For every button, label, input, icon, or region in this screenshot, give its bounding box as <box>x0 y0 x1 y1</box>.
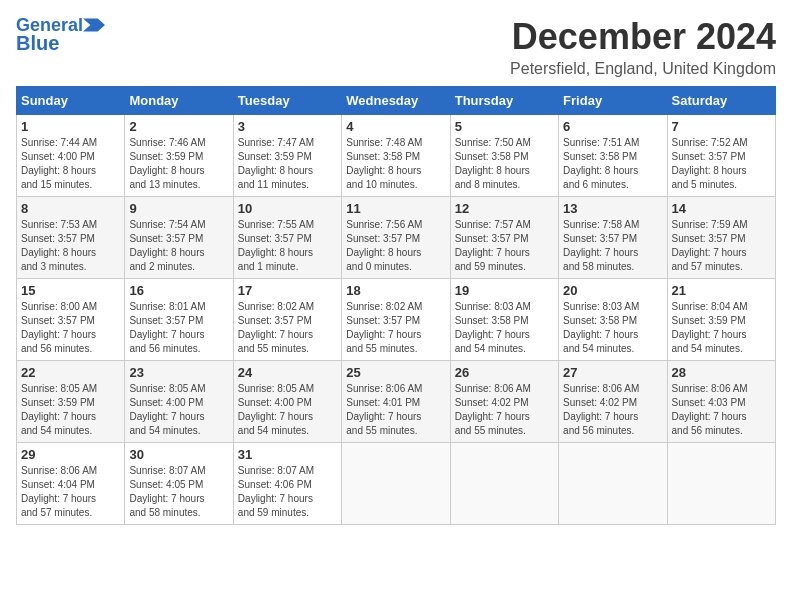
day-number: 11 <box>346 201 445 216</box>
calendar-cell: 20Sunrise: 8:03 AM Sunset: 3:58 PM Dayli… <box>559 279 667 361</box>
calendar-cell: 16Sunrise: 8:01 AM Sunset: 3:57 PM Dayli… <box>125 279 233 361</box>
day-info: Sunrise: 8:03 AM Sunset: 3:58 PM Dayligh… <box>563 300 662 356</box>
calendar-week-row: 22Sunrise: 8:05 AM Sunset: 3:59 PM Dayli… <box>17 361 776 443</box>
calendar-cell <box>342 443 450 525</box>
day-number: 7 <box>672 119 771 134</box>
subtitle: Petersfield, England, United Kingdom <box>510 60 776 78</box>
day-number: 8 <box>21 201 120 216</box>
calendar-cell: 25Sunrise: 8:06 AM Sunset: 4:01 PM Dayli… <box>342 361 450 443</box>
day-info: Sunrise: 7:54 AM Sunset: 3:57 PM Dayligh… <box>129 218 228 274</box>
day-number: 1 <box>21 119 120 134</box>
day-info: Sunrise: 8:07 AM Sunset: 4:06 PM Dayligh… <box>238 464 337 520</box>
calendar-cell: 9Sunrise: 7:54 AM Sunset: 3:57 PM Daylig… <box>125 197 233 279</box>
day-number: 31 <box>238 447 337 462</box>
calendar-cell: 24Sunrise: 8:05 AM Sunset: 4:00 PM Dayli… <box>233 361 341 443</box>
day-number: 13 <box>563 201 662 216</box>
day-number: 9 <box>129 201 228 216</box>
day-info: Sunrise: 8:05 AM Sunset: 4:00 PM Dayligh… <box>238 382 337 438</box>
day-info: Sunrise: 7:59 AM Sunset: 3:57 PM Dayligh… <box>672 218 771 274</box>
day-number: 12 <box>455 201 554 216</box>
day-number: 2 <box>129 119 228 134</box>
calendar-cell: 27Sunrise: 8:06 AM Sunset: 4:02 PM Dayli… <box>559 361 667 443</box>
logo-icon <box>83 18 105 32</box>
day-number: 25 <box>346 365 445 380</box>
day-info: Sunrise: 8:02 AM Sunset: 3:57 PM Dayligh… <box>346 300 445 356</box>
calendar-cell: 6Sunrise: 7:51 AM Sunset: 3:58 PM Daylig… <box>559 115 667 197</box>
day-info: Sunrise: 7:50 AM Sunset: 3:58 PM Dayligh… <box>455 136 554 192</box>
day-number: 20 <box>563 283 662 298</box>
title-area: December 2024 Petersfield, England, Unit… <box>510 16 776 78</box>
calendar-table: SundayMondayTuesdayWednesdayThursdayFrid… <box>16 86 776 525</box>
calendar-cell: 14Sunrise: 7:59 AM Sunset: 3:57 PM Dayli… <box>667 197 775 279</box>
calendar-cell: 12Sunrise: 7:57 AM Sunset: 3:57 PM Dayli… <box>450 197 558 279</box>
calendar-cell: 17Sunrise: 8:02 AM Sunset: 3:57 PM Dayli… <box>233 279 341 361</box>
day-info: Sunrise: 7:55 AM Sunset: 3:57 PM Dayligh… <box>238 218 337 274</box>
day-number: 10 <box>238 201 337 216</box>
calendar-week-row: 15Sunrise: 8:00 AM Sunset: 3:57 PM Dayli… <box>17 279 776 361</box>
day-info: Sunrise: 7:57 AM Sunset: 3:57 PM Dayligh… <box>455 218 554 274</box>
calendar-week-row: 8Sunrise: 7:53 AM Sunset: 3:57 PM Daylig… <box>17 197 776 279</box>
day-number: 24 <box>238 365 337 380</box>
day-number: 3 <box>238 119 337 134</box>
header-thursday: Thursday <box>450 87 558 115</box>
day-number: 17 <box>238 283 337 298</box>
calendar-cell: 29Sunrise: 8:06 AM Sunset: 4:04 PM Dayli… <box>17 443 125 525</box>
day-info: Sunrise: 7:53 AM Sunset: 3:57 PM Dayligh… <box>21 218 120 274</box>
day-info: Sunrise: 8:04 AM Sunset: 3:59 PM Dayligh… <box>672 300 771 356</box>
calendar-cell: 22Sunrise: 8:05 AM Sunset: 3:59 PM Dayli… <box>17 361 125 443</box>
calendar-cell: 26Sunrise: 8:06 AM Sunset: 4:02 PM Dayli… <box>450 361 558 443</box>
header-wednesday: Wednesday <box>342 87 450 115</box>
day-info: Sunrise: 8:06 AM Sunset: 4:02 PM Dayligh… <box>455 382 554 438</box>
day-number: 14 <box>672 201 771 216</box>
day-info: Sunrise: 7:47 AM Sunset: 3:59 PM Dayligh… <box>238 136 337 192</box>
day-info: Sunrise: 8:06 AM Sunset: 4:03 PM Dayligh… <box>672 382 771 438</box>
day-info: Sunrise: 8:03 AM Sunset: 3:58 PM Dayligh… <box>455 300 554 356</box>
day-info: Sunrise: 7:44 AM Sunset: 4:00 PM Dayligh… <box>21 136 120 192</box>
day-info: Sunrise: 7:46 AM Sunset: 3:59 PM Dayligh… <box>129 136 228 192</box>
calendar-cell: 5Sunrise: 7:50 AM Sunset: 3:58 PM Daylig… <box>450 115 558 197</box>
calendar-cell <box>667 443 775 525</box>
day-number: 16 <box>129 283 228 298</box>
header-saturday: Saturday <box>667 87 775 115</box>
calendar-cell: 30Sunrise: 8:07 AM Sunset: 4:05 PM Dayli… <box>125 443 233 525</box>
day-info: Sunrise: 8:06 AM Sunset: 4:02 PM Dayligh… <box>563 382 662 438</box>
day-info: Sunrise: 7:56 AM Sunset: 3:57 PM Dayligh… <box>346 218 445 274</box>
calendar-cell: 21Sunrise: 8:04 AM Sunset: 3:59 PM Dayli… <box>667 279 775 361</box>
calendar-week-row: 1Sunrise: 7:44 AM Sunset: 4:00 PM Daylig… <box>17 115 776 197</box>
calendar-cell: 1Sunrise: 7:44 AM Sunset: 4:00 PM Daylig… <box>17 115 125 197</box>
calendar-cell: 11Sunrise: 7:56 AM Sunset: 3:57 PM Dayli… <box>342 197 450 279</box>
svg-marker-0 <box>83 18 105 31</box>
logo: General Blue <box>16 16 105 54</box>
day-info: Sunrise: 8:06 AM Sunset: 4:01 PM Dayligh… <box>346 382 445 438</box>
calendar-cell: 2Sunrise: 7:46 AM Sunset: 3:59 PM Daylig… <box>125 115 233 197</box>
day-info: Sunrise: 8:02 AM Sunset: 3:57 PM Dayligh… <box>238 300 337 356</box>
day-number: 21 <box>672 283 771 298</box>
day-number: 28 <box>672 365 771 380</box>
calendar-cell: 19Sunrise: 8:03 AM Sunset: 3:58 PM Dayli… <box>450 279 558 361</box>
day-info: Sunrise: 8:05 AM Sunset: 4:00 PM Dayligh… <box>129 382 228 438</box>
day-info: Sunrise: 7:48 AM Sunset: 3:58 PM Dayligh… <box>346 136 445 192</box>
calendar-header-row: SundayMondayTuesdayWednesdayThursdayFrid… <box>17 87 776 115</box>
calendar-cell: 28Sunrise: 8:06 AM Sunset: 4:03 PM Dayli… <box>667 361 775 443</box>
header: General Blue December 2024 Petersfield, … <box>16 16 776 78</box>
day-info: Sunrise: 8:05 AM Sunset: 3:59 PM Dayligh… <box>21 382 120 438</box>
calendar-cell: 8Sunrise: 7:53 AM Sunset: 3:57 PM Daylig… <box>17 197 125 279</box>
day-info: Sunrise: 7:51 AM Sunset: 3:58 PM Dayligh… <box>563 136 662 192</box>
logo-blue-text: Blue <box>16 32 59 54</box>
day-number: 5 <box>455 119 554 134</box>
calendar-cell <box>450 443 558 525</box>
calendar-cell: 15Sunrise: 8:00 AM Sunset: 3:57 PM Dayli… <box>17 279 125 361</box>
header-friday: Friday <box>559 87 667 115</box>
day-info: Sunrise: 8:00 AM Sunset: 3:57 PM Dayligh… <box>21 300 120 356</box>
main-title: December 2024 <box>510 16 776 58</box>
day-info: Sunrise: 8:01 AM Sunset: 3:57 PM Dayligh… <box>129 300 228 356</box>
calendar-cell: 18Sunrise: 8:02 AM Sunset: 3:57 PM Dayli… <box>342 279 450 361</box>
calendar-cell: 3Sunrise: 7:47 AM Sunset: 3:59 PM Daylig… <box>233 115 341 197</box>
day-number: 23 <box>129 365 228 380</box>
calendar-cell: 13Sunrise: 7:58 AM Sunset: 3:57 PM Dayli… <box>559 197 667 279</box>
day-number: 4 <box>346 119 445 134</box>
header-sunday: Sunday <box>17 87 125 115</box>
calendar-cell: 23Sunrise: 8:05 AM Sunset: 4:00 PM Dayli… <box>125 361 233 443</box>
day-info: Sunrise: 8:06 AM Sunset: 4:04 PM Dayligh… <box>21 464 120 520</box>
day-number: 22 <box>21 365 120 380</box>
